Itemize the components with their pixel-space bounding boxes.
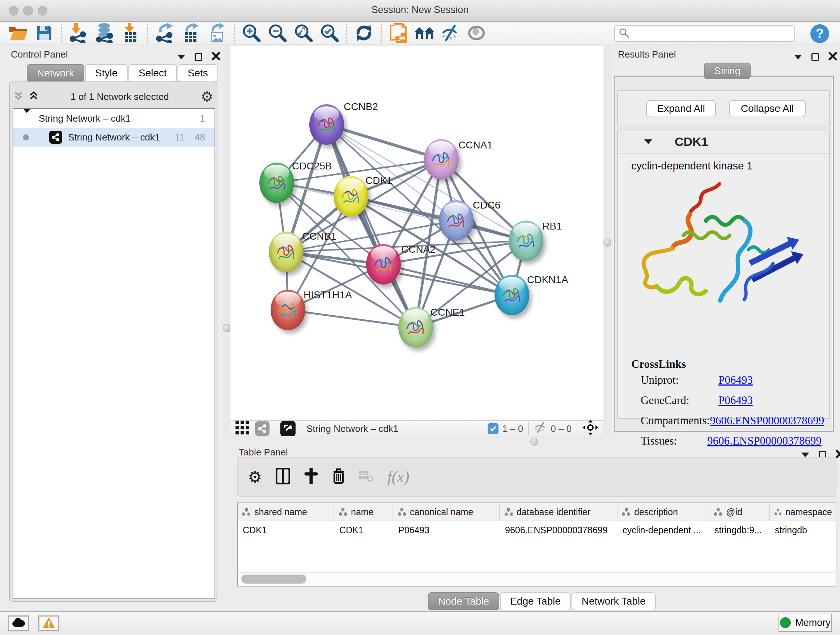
expand-all-tree-icon[interactable] — [28, 91, 39, 103]
network-node-CCNB1[interactable] — [269, 232, 303, 272]
network-node-RB1[interactable] — [508, 220, 543, 261]
network-options-gear-icon[interactable]: ⚙ — [201, 89, 213, 105]
tab-string[interactable]: String — [704, 63, 751, 79]
table-cell[interactable]: CDK1 — [334, 521, 393, 539]
zoom-fit-button[interactable] — [291, 23, 317, 44]
network-node-CDC6[interactable] — [439, 200, 474, 241]
export-network-button[interactable] — [152, 23, 178, 44]
tab-style[interactable]: Style — [85, 64, 128, 82]
help-button[interactable]: ? — [810, 24, 829, 43]
close-panel-icon[interactable] — [836, 450, 840, 460]
network-canvas[interactable]: CCNB2CCNA1CDC25BCDK1CDC6RB1CCNB1CCNA2CDK… — [231, 46, 603, 420]
network-node-CCNA1[interactable] — [424, 139, 459, 180]
left-splitter[interactable] — [224, 45, 231, 437]
network-row[interactable]: String Network – cdk1 11 48 — [13, 128, 215, 147]
collection-caret-icon[interactable] — [23, 113, 31, 124]
add-column-icon[interactable] — [304, 468, 318, 486]
network-collection-row[interactable]: String Network – cdk1 1 — [13, 109, 215, 128]
enhance-eye-button[interactable] — [463, 23, 489, 44]
network-share-icon[interactable] — [255, 421, 270, 436]
table-cell[interactable]: 9606.ENSP00000378699 — [500, 521, 617, 539]
left-splitter-handle[interactable] — [223, 324, 231, 332]
show-columns-icon[interactable] — [276, 468, 290, 486]
float-panel-icon[interactable] — [794, 55, 802, 59]
confidence-eye-button[interactable] — [437, 23, 463, 44]
tab-network[interactable]: Network — [27, 64, 84, 82]
open-session-button[interactable] — [5, 23, 31, 44]
zoom-selected-button[interactable] — [317, 23, 343, 44]
function-builder-icon[interactable]: f(x) — [387, 468, 409, 486]
open-in-window-button[interactable] — [280, 421, 295, 436]
tab-select[interactable]: Select — [128, 64, 177, 82]
search-input[interactable] — [630, 28, 785, 39]
tab-network-table[interactable]: Network Table — [572, 592, 656, 610]
column-header-name[interactable]: name — [334, 503, 393, 521]
hidden-eye-icon[interactable] — [534, 422, 547, 436]
delete-table-icon[interactable] — [359, 470, 373, 483]
maximize-panel-icon[interactable] — [812, 53, 819, 61]
table-cell[interactable]: CDK1 — [238, 521, 334, 539]
export-table-button[interactable] — [178, 23, 204, 44]
export-image-button[interactable] — [204, 23, 230, 44]
selected-checkbox-icon[interactable] — [488, 423, 499, 434]
collapse-all-button[interactable]: Collapse All — [729, 100, 806, 117]
string-home-button[interactable] — [411, 23, 437, 44]
float-panel-icon[interactable] — [177, 55, 185, 59]
column-header-shared-name[interactable]: shared name — [238, 503, 334, 521]
expand-all-button[interactable]: Expand All — [646, 100, 716, 117]
tab-sets[interactable]: Sets — [178, 64, 218, 82]
network-node-CCNB2[interactable] — [309, 104, 344, 145]
string-import-button[interactable] — [385, 23, 411, 44]
table-row[interactable]: CDK1CDK1P064939606.ENSP00000378699cyclin… — [238, 521, 836, 539]
birdseye-grid-icon[interactable] — [235, 420, 250, 438]
card-caret-icon[interactable] — [644, 139, 652, 144]
tab-edge-table[interactable]: Edge Table — [500, 592, 571, 610]
image-export-icon — [208, 23, 226, 44]
protein-thumbnail-icon — [515, 230, 537, 254]
column-header-database-identifier[interactable]: database identifier — [500, 503, 617, 521]
fit-content-crosshair-icon[interactable] — [583, 420, 598, 438]
network-node-CCNE1[interactable] — [398, 307, 433, 348]
import-network-database-button[interactable] — [92, 23, 118, 44]
refresh-button[interactable] — [351, 23, 377, 44]
network-node-CDKN1A[interactable] — [494, 275, 529, 315]
tab-node-table[interactable]: Node Table — [428, 592, 499, 610]
table-cell[interactable]: stringdb — [770, 521, 836, 539]
column-header-canonical-name[interactable]: canonical name — [393, 503, 500, 521]
network-node-CDK1[interactable] — [333, 176, 368, 217]
horizontal-scrollbar[interactable] — [238, 572, 835, 585]
table-cell[interactable]: cyclin-dependent ... — [617, 521, 709, 539]
crosslink-link[interactable]: P06493 — [718, 374, 753, 386]
float-panel-icon[interactable] — [801, 453, 809, 457]
right-splitter[interactable] — [603, 45, 611, 437]
import-table-button[interactable] — [118, 23, 144, 44]
node-label-CDC25B: CDC25B — [292, 160, 332, 172]
crosslink-link[interactable]: P06493 — [718, 394, 753, 407]
delete-column-icon[interactable] — [332, 468, 345, 486]
column-header-namespace[interactable]: namespace — [770, 503, 836, 521]
network-node-CDC25B[interactable] — [259, 163, 294, 203]
table-options-gear-icon[interactable]: ⚙ — [248, 468, 262, 486]
memory-button[interactable]: Memory — [778, 614, 832, 632]
network-node-HIST1H1A[interactable] — [271, 290, 305, 330]
table-cell[interactable]: stringdb:9... — [709, 521, 770, 539]
zoom-out-button[interactable] — [264, 23, 291, 44]
horizontal-scrollbar-thumb[interactable] — [241, 575, 306, 584]
warnings-button[interactable] — [38, 616, 59, 631]
collapse-all-tree-icon[interactable] — [13, 91, 24, 103]
column-header-description[interactable]: description — [617, 503, 709, 521]
crosslink-link[interactable]: 9606.ENSP00000378699 — [707, 434, 821, 448]
maximize-panel-icon[interactable] — [195, 53, 202, 61]
network-node-CCNA2[interactable] — [366, 244, 401, 285]
close-panel-icon[interactable] — [212, 52, 220, 62]
close-panel-icon[interactable] — [829, 52, 837, 62]
right-splitter-handle[interactable] — [603, 239, 611, 247]
import-network-file-button[interactable] — [65, 23, 92, 44]
cloud-status-button[interactable] — [8, 616, 29, 631]
zoom-in-button[interactable] — [238, 23, 264, 44]
bottom-splitter-handle[interactable] — [531, 438, 538, 446]
table-cell[interactable]: P06493 — [393, 521, 500, 539]
column-header--id[interactable]: @id — [709, 503, 770, 521]
save-session-button[interactable] — [31, 23, 57, 44]
crosslink-link[interactable]: 9606.ENSP00000378699 — [710, 414, 824, 427]
